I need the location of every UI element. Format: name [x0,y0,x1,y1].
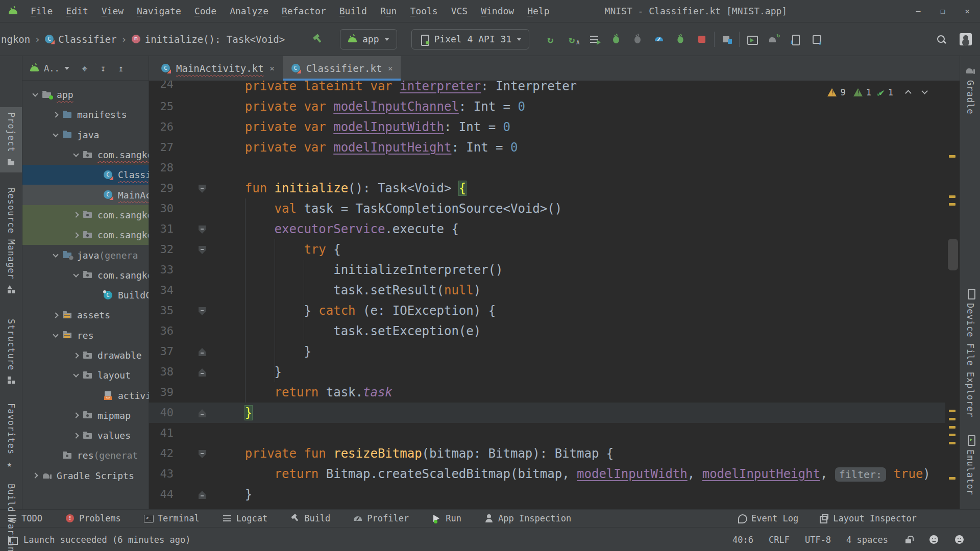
tree-expand-chevron[interactable] [69,213,83,217]
breadcrumb-item[interactable]: ngkon [1,34,30,45]
tree-item-java[interactable]: java [22,125,149,145]
fold-marker[interactable] [199,368,206,377]
close-icon[interactable]: ✕ [960,7,975,16]
breadcrumb-item[interactable]: initialize(): Task<Void> [131,34,285,45]
menu-view[interactable]: View [95,6,130,16]
collapse-all-icon[interactable] [117,63,127,73]
tree-item-manifests[interactable]: manifests [22,105,149,124]
indent-setting[interactable]: 4 spaces [846,535,888,545]
tree-expand-chevron[interactable] [69,354,83,358]
tree-item-layout[interactable]: layout [22,365,149,385]
face-sad-icon[interactable] [954,535,965,545]
expand-all-icon[interactable] [99,63,109,73]
fold-marker[interactable] [199,185,206,193]
fold-marker[interactable] [199,409,206,417]
tool-window-button-structure[interactable]: Structure [0,319,22,385]
tool-window-button-project[interactable]: Project [0,107,22,172]
tool-window-problems[interactable]: Problems [65,513,121,523]
gradle-sync-button[interactable] [766,32,780,46]
tree-collapse-chevron[interactable] [29,93,42,96]
search-everywhere-button[interactable] [934,32,948,46]
build-hammer-icon[interactable] [310,32,325,46]
run-tasks-button[interactable] [587,32,602,46]
menu-file[interactable]: File [24,6,59,16]
close-tab-icon[interactable]: ✕ [388,64,393,73]
menu-navigate[interactable]: Navigate [130,6,188,16]
tree-item-assets[interactable]: assets [22,305,149,325]
tool-window-button-emulator[interactable]: Emulator [960,435,980,495]
menu-refactor[interactable]: Refactor [275,6,333,16]
reader-mode-icon[interactable] [7,535,17,545]
tree-expand-chevron[interactable] [69,233,83,237]
tree-item-mainactivity[interactable]: MainActivity [22,185,149,205]
tree-item-mipmap[interactable]: mipmap [22,406,149,425]
tree-collapse-chevron[interactable] [49,134,62,136]
fold-marker[interactable] [199,348,206,356]
tree-expand-chevron[interactable] [49,313,62,317]
line-ending[interactable]: CRLF [769,535,790,545]
attach-debugger-button[interactable] [630,32,645,46]
select-opened-file-icon[interactable] [81,63,91,73]
menu-window[interactable]: Window [474,6,521,16]
tool-window-build[interactable]: Build [290,513,330,523]
tool-window-button-resource-manager[interactable]: Resource Manager [0,188,22,294]
chevron-down-icon[interactable] [64,67,69,70]
tool-window-button-favorites[interactable]: Favorites [0,403,22,469]
tool-window-logcat[interactable]: Logcat [222,513,267,523]
tree-collapse-chevron[interactable] [49,334,62,337]
close-tab-icon[interactable]: ✕ [270,64,275,73]
tree-collapse-chevron[interactable] [69,374,83,377]
project-view-selector[interactable]: A.. [44,63,60,73]
editor-tab-classifier-kt[interactable]: Classifier.kt ✕ [283,56,401,81]
menu-code[interactable]: Code [188,6,223,16]
tree-item-values[interactable]: values [22,425,149,445]
tree-item-buildconfig[interactable]: BuildConfig [22,285,149,305]
tree-item-java[interactable]: java (genera [22,245,149,265]
tool-window-button-device-file-explorer[interactable]: Device File Explorer [960,288,980,418]
menu-help[interactable]: Help [521,6,556,16]
device-mirror-button[interactable] [809,32,823,46]
apply-changes-button[interactable] [545,32,559,46]
fold-marker[interactable] [199,246,206,254]
lock-open-icon[interactable] [903,535,914,545]
tree-item-activity-main-xml[interactable]: activity_main.xml [22,385,149,405]
tree-item-gradle-scripts[interactable]: Gradle Scripts [22,466,149,486]
tree-item-com-sangkon[interactable]: com.sangkon [22,205,149,225]
tree-item-drawable[interactable]: drawable [22,345,149,365]
menu-build[interactable]: Build [333,6,374,16]
apply-code-changes-button[interactable] [566,32,580,46]
menu-run[interactable]: Run [374,6,404,16]
menu-analyze[interactable]: Analyze [223,6,275,16]
tool-window-button-gradle[interactable]: Gradle [960,65,980,114]
tree-expand-chevron[interactable] [29,473,42,478]
menu-edit[interactable]: Edit [59,6,94,16]
breadcrumb-item[interactable]: Classifier [44,34,116,45]
stop-button[interactable] [695,32,709,46]
editor-tab-mainactivity-kt[interactable]: MainActivity.kt ✕ [153,56,283,81]
previous-issue-icon[interactable] [905,90,912,96]
tool-window-layout-inspector[interactable]: Layout Inspector [819,513,917,523]
tool-window-todo[interactable]: TODO [7,513,42,523]
fold-marker[interactable] [199,307,206,315]
debug-button[interactable] [609,32,623,46]
maximize-icon[interactable] [935,7,950,16]
code-view[interactable]: 24 private lateinit var interpreter: Int… [149,81,945,509]
tool-window-app-inspection[interactable]: App Inspection [484,513,571,523]
menu-vcs[interactable]: VCS [445,6,475,16]
tree-item-res[interactable]: res (generat [22,445,149,465]
user-avatar-button[interactable] [959,32,973,46]
profile-button[interactable] [652,32,666,46]
tree-item-com-sangkon[interactable]: com.sangkon [22,265,149,285]
tool-window-event-log[interactable]: Event Log [737,513,798,523]
tree-item-com-sangkon[interactable]: com.sangkon [22,145,149,165]
tool-window-run[interactable]: Run [431,513,461,523]
fold-marker[interactable] [199,491,206,499]
fold-marker[interactable] [199,450,206,458]
tree-expand-chevron[interactable] [69,413,83,417]
face-happy-icon[interactable] [929,535,939,545]
menu-tools[interactable]: Tools [403,6,444,16]
profile-low-overhead-button[interactable] [673,32,688,46]
tree-expand-chevron[interactable] [69,434,83,438]
device-manager-button[interactable] [720,32,734,46]
fold-marker[interactable] [199,226,206,234]
